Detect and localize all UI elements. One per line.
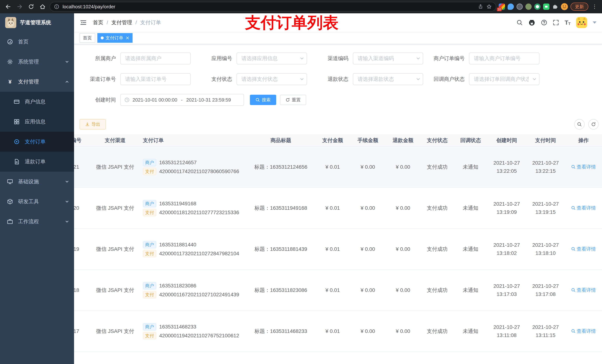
grid-icon [13,119,20,125]
table-row[interactable]: 商户16353115786 支付 [74,352,602,364]
reset-button[interactable]: 重置 [280,95,306,105]
sidebar-item-infrastructure[interactable]: 基础设施 [0,172,74,192]
merchant-order-no: 1635311949168 [159,201,196,207]
filter-label-merchant-order-no: 商户订单编号 [428,55,469,62]
view-detail-link[interactable]: 查看详情 [571,205,596,211]
extension-icon-1[interactable]: 10 [499,3,505,10]
search-icon[interactable] [516,20,523,26]
table-row[interactable]: 19 微信 JSAPI 支付 商户1635311881440 支付4200001… [74,229,602,270]
tab-close-icon[interactable] [126,36,129,40]
pay-tag: 支付 [143,332,156,339]
sidebar-item-label: 商户信息 [25,98,69,105]
sidebar-item-merchant-info[interactable]: 商户信息 [0,92,74,112]
sidebar-item-label: 工作流程 [18,218,65,225]
app-select[interactable] [236,52,307,64]
sidebar: 芋道管理系统 首页 系统管理 ¥ 支付管理 商户信息 [0,13,74,364]
sidebar-item-payment[interactable]: ¥ 支付管理 [0,72,74,92]
view-detail-link[interactable]: 查看详情 [571,328,596,334]
column-header-refund: 退款金额 [386,134,420,146]
annotation-pay-order-list: 支付订单列表 [245,13,338,32]
search-button[interactable]: 搜索 [250,95,276,105]
pay-time: 13:17:08 [529,290,562,298]
app-title: 芋道管理系统 [20,19,51,26]
pay-date: 2021-10-27 [529,241,562,249]
question-icon[interactable] [541,20,547,26]
site-info-icon[interactable] [54,4,59,9]
merchant-order-no: 1635311881440 [159,242,196,248]
callback-status-select[interactable] [469,73,539,85]
toggle-search-icon[interactable] [574,119,585,129]
breadcrumb-payment[interactable]: 支付管理 [111,19,132,26]
table-row[interactable]: 21 微信 JSAPI 支付 商户1635312124657 支付4200001… [74,146,602,187]
notify-status: 未通知 [454,270,487,311]
product-title: 标题：1635312124656 [247,146,315,187]
view-detail-link[interactable]: 查看详情 [571,246,596,252]
merchant-tag: 商户 [143,282,156,290]
sidebar-item-system[interactable]: 系统管理 [0,52,74,72]
sidebar-item-workflow[interactable]: 工作流程 [0,212,74,232]
sidebar-item-app-info[interactable]: 应用信息 [0,112,74,132]
fullscreen-icon[interactable] [553,20,559,26]
user-avatar[interactable] [576,17,587,28]
pay-tag: 支付 [143,291,156,298]
refund-amount: ¥ 0.00 [386,311,420,352]
bookmark-star-icon[interactable] [486,4,492,9]
orders-table: 编号 支付渠道 支付订单 商品标题 支付金额 手续金额 退款金额 支付状态 回调… [74,134,602,364]
sidebar-item-refund-order[interactable]: 退款订单 [0,152,74,172]
pay-tag: 支付 [143,168,156,175]
fee-amount: ¥ 0.00 [350,187,386,229]
table-row[interactable]: 20 微信 JSAPI 支付 商户1635311949168 支付4200001… [74,187,602,229]
view-detail-link[interactable]: 查看详情 [571,287,596,293]
filter-label-channel-order-no: 渠道订单号 [80,76,120,83]
share-icon[interactable] [478,4,483,9]
extension-icon-5[interactable] [534,3,540,10]
table-row[interactable]: 18 微信 JSAPI 支付 商户1635311823086 支付4200001… [74,270,602,311]
create-time-range-picker[interactable]: 2021-10-01 00:00:00 - 2021-10-31 23:59:5… [120,94,244,106]
pay-status-select[interactable] [236,73,307,85]
filter-label-pay-status: 支付状态 [196,76,236,83]
merchant-select[interactable] [120,52,191,64]
extension-icon-6[interactable] [543,3,549,10]
url-bar[interactable]: localhost:1024/pay/order [50,2,496,11]
tab-home[interactable]: 首页 [80,33,95,43]
export-button[interactable]: 导出 [80,119,106,129]
github-icon[interactable] [528,19,535,26]
merchant-order-no-input[interactable] [469,52,539,64]
chevron-down-icon [65,60,69,64]
sidebar-item-home[interactable]: 首页 [0,32,74,52]
back-icon[interactable] [4,2,13,11]
extension-icon-3[interactable] [516,3,523,10]
pay-status [420,352,454,364]
channel-code-select[interactable] [353,52,423,64]
extension-icon-2[interactable] [508,3,514,10]
channel-order-no-input[interactable] [120,73,191,85]
channel-pay-no: 4200001173202110272847982104 [159,251,239,257]
update-button[interactable]: 更新 [570,3,588,11]
tags-view: 首页 支付订单 [74,32,602,44]
refund-status-select[interactable] [353,73,423,85]
view-detail-link[interactable]: 查看详情 [571,164,596,170]
browser-profile-avatar[interactable] [561,3,568,10]
user-menu-caret-icon[interactable] [593,21,596,24]
sidebar-item-pay-order[interactable]: 支付订单 [0,132,74,152]
browser-menu-icon[interactable]: ⋮ [591,4,598,9]
extensions-puzzle-icon[interactable] [552,3,558,10]
home-icon[interactable] [38,2,47,11]
order-id: 18 [74,270,91,311]
reload-icon[interactable] [27,2,35,11]
refresh-icon[interactable] [588,119,599,129]
channel-pay-no: 4200001194202110276752100612 [159,333,239,339]
forward-icon[interactable] [15,2,24,11]
create-date: 2021-10-27 [490,241,523,249]
font-size-icon[interactable]: TT [565,20,570,26]
breadcrumb-home[interactable]: 首页 [93,19,103,26]
sidebar-toggle-icon[interactable] [80,19,87,26]
extension-icon-4[interactable] [525,3,532,10]
tab-pay-order[interactable]: 支付订单 [97,33,133,43]
sidebar-item-dev-tools[interactable]: 研发工具 [0,192,74,212]
filter-label-refund-status: 退款状态 [312,76,353,83]
table-row[interactable]: 17 微信 JSAPI 支付 商户1635311468233 支付4200001… [74,311,602,352]
sidebar-item-label: 基础设施 [18,178,65,185]
fee-amount [350,352,386,364]
app-logo[interactable]: 芋道管理系统 [0,13,74,32]
